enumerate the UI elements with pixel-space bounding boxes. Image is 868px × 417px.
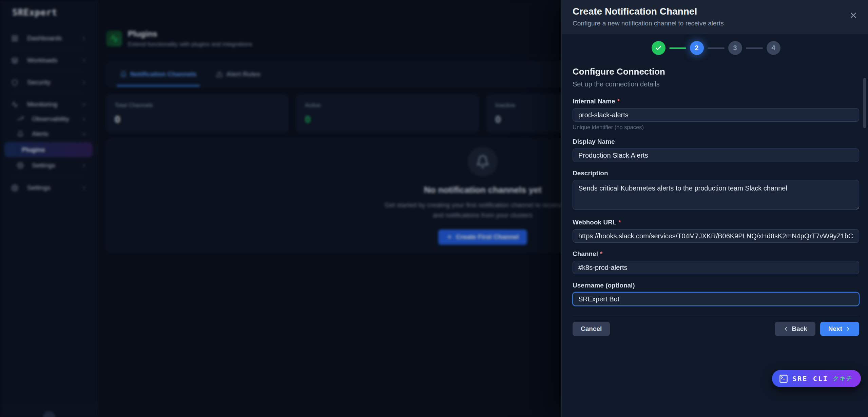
sidebar-item-plugins[interactable]: Plugins [4,142,93,157]
internal-name-field: Internal Name* Unique identifier (no spa… [573,98,859,131]
layers-icon [11,57,18,64]
tab-alert-rules[interactable]: Alert Rules [216,62,260,86]
divider [11,93,83,94]
scrollbar-thumb[interactable] [863,78,866,128]
drawer-header: Create Notification Channel Configure a … [562,0,868,34]
close-icon[interactable] [849,11,858,20]
sidebar-item-label: Monitoring [27,101,57,108]
chevron-left-icon [783,326,789,332]
step-3[interactable]: 3 [728,41,742,55]
section-subtitle: Set up the connection details [573,80,859,88]
drawer-body: 2 3 4 Configure Connection Set up the co… [562,34,868,417]
channel-input[interactable] [573,261,859,274]
divider [11,49,83,49]
drawer-title: Create Notification Channel [573,6,858,17]
drawer-footer: Cancel Back Next [573,322,859,336]
sidebar-item-label: Workloads [27,57,57,64]
sidebar-item-settings-sub[interactable]: Settings [0,158,97,173]
terminal-icon [779,374,788,383]
sidebar-item-monitoring[interactable]: Monitoring [0,97,97,112]
bell-icon [120,71,127,78]
sidebar: SRExpert Dashboards Workloads [0,0,97,417]
chevron-right-icon [81,116,87,122]
stat-card-active: Active 0 [296,94,479,132]
sidebar-item-label: Alerts [32,130,49,138]
webhook-url-input[interactable] [573,229,859,243]
username-input[interactable] [573,292,859,306]
cancel-button[interactable]: Cancel [573,322,610,336]
sre-cli-button[interactable]: SRE CLI クキチ [772,370,861,387]
display-name-input[interactable] [573,148,859,162]
empty-state-title: No notification channels yet [424,185,542,195]
description-field: Description Sends critical Kubernetes al… [573,170,859,211]
footer-divider [573,315,859,315]
internal-name-helper: Unique identifier (no spaces) [573,124,859,131]
fab-label: SRE CLI [793,375,828,383]
required-marker: * [618,219,621,226]
divider [11,177,83,177]
chevron-right-icon [81,36,87,41]
tab-label: Notification Channels [130,71,196,78]
next-button[interactable]: Next [820,322,859,336]
avatar[interactable] [43,411,55,417]
stat-label: Active [305,102,470,109]
sidebar-item-security[interactable]: Security [0,75,97,90]
required-marker: * [600,250,602,257]
bell-icon [476,155,490,169]
sidebar-item-label: Settings [32,162,55,169]
sidebar-item-label: Observability [32,115,69,123]
description-textarea[interactable]: Sends critical Kubernetes alerts to the … [573,180,859,210]
check-icon [655,45,662,52]
chevron-right-icon [81,163,87,168]
app-logo: SRExpert [0,0,97,18]
page-subtitle: Extend functionality with plugins and in… [128,41,252,48]
display-name-label: Display Name [573,138,859,145]
channel-field: Channel* [573,250,859,274]
bell-circle [468,147,498,177]
sidebar-item-label: Settings [27,184,51,192]
sidebar-item-settings[interactable]: Settings [0,181,97,195]
stat-card-total-channels: Total Channels 0 [106,94,288,132]
chevron-right-icon [845,326,851,332]
sidebar-item-dashboards[interactable]: Dashboards [0,31,97,45]
sidebar-item-alerts[interactable]: Alerts [0,126,97,141]
fab-suffix-text: クキチ [833,375,853,382]
back-button[interactable]: Back [775,322,815,336]
wizard-stepper: 2 3 4 [573,41,859,55]
stat-value: 0 [305,114,470,125]
sidebar-item-observability[interactable]: Observability [0,112,97,126]
sidebar-item-workloads[interactable]: Workloads [0,53,97,67]
webhook-url-field: Webhook URL* [573,219,859,243]
chevron-right-icon [81,80,87,85]
grid-icon [11,35,18,42]
step-2-active[interactable]: 2 [690,41,704,55]
drawer-subtitle: Configure a new notification channel to … [573,20,858,27]
chevron-down-icon [81,102,87,107]
create-first-channel-button[interactable]: Create First Channel [438,230,527,245]
internal-name-label: Internal Name* [573,98,859,105]
required-marker: * [617,98,620,105]
shield-icon [11,79,18,86]
sidebar-item-label: Plugins [22,146,45,154]
empty-state-body: Get started by creating your first notif… [381,200,584,220]
sidebar-item-label: Security [27,79,51,86]
step-1-complete[interactable] [652,41,666,55]
display-name-field: Display Name [573,138,859,162]
sidebar-item-label: Dashboards [27,35,62,42]
chevron-right-icon [81,185,87,191]
stat-value: 0 [115,114,280,125]
button-label: Create First Channel [456,233,519,241]
internal-name-input[interactable] [573,108,859,122]
step-4[interactable]: 4 [767,41,780,55]
plus-icon [446,234,452,240]
gear-icon [11,184,18,192]
webhook-url-label: Webhook URL* [573,219,859,226]
step-connector [708,47,725,49]
page-title: Plugins [128,29,252,39]
stat-label: Total Channels [115,102,280,109]
sidebar-footer [0,405,97,417]
username-label: Username (optional) [573,282,859,289]
tab-label: Alert Rules [226,71,260,78]
tab-notification-channels[interactable]: Notification Channels [120,62,196,86]
chevron-down-icon [81,131,87,137]
